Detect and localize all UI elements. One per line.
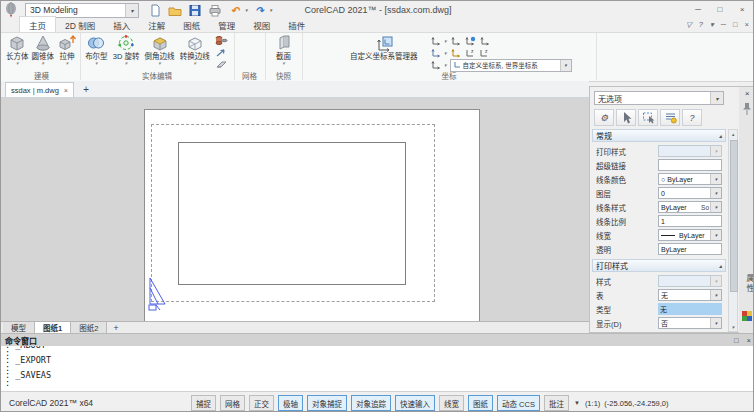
- close-icon[interactable]: ×: [64, 87, 68, 94]
- ccs-axis-icon[interactable]: [479, 36, 490, 47]
- tab-addins[interactable]: 插件: [279, 17, 314, 32]
- tab-manage[interactable]: 管理: [209, 17, 244, 32]
- type-field-selected[interactable]: 无: [658, 303, 722, 315]
- more-options-icon[interactable]: ▾: [710, 20, 714, 29]
- layout-viewport-rectangle[interactable]: [178, 142, 406, 285]
- ccs-axis-globe-icon[interactable]: [464, 36, 476, 47]
- box-select-icon[interactable]: [638, 109, 658, 126]
- scrollbar-thumb[interactable]: [730, 140, 738, 292]
- line-weight-combo[interactable]: ByLayer ▾: [658, 229, 722, 241]
- undo-dropdown-icon[interactable]: ▾: [245, 7, 248, 13]
- cone-button[interactable]: 圆锥体 ▾: [32, 34, 55, 66]
- command-window-header[interactable]: 命令窗口 □ ×: [1, 333, 754, 346]
- chevron-down-icon[interactable]: ▾: [158, 61, 161, 66]
- select-cursor-icon[interactable]: [616, 109, 636, 126]
- help-icon[interactable]: ?: [699, 20, 703, 29]
- quick-select-icon[interactable]: [660, 109, 680, 126]
- float-window-icon[interactable]: □: [734, 336, 739, 345]
- tab-2d-drafting[interactable]: 2D 制图: [56, 17, 104, 32]
- chevron-down-icon[interactable]: ▾: [125, 61, 128, 66]
- lineweight-toggle[interactable]: 线宽: [439, 395, 464, 411]
- chevron-down-icon[interactable]: ▾: [95, 61, 98, 66]
- close-icon[interactable]: ×: [747, 336, 751, 345]
- ribbon-collapse-icon[interactable]: ▽: [686, 20, 692, 29]
- eraser-icon[interactable]: [215, 59, 229, 70]
- polar-toggle[interactable]: 极轴: [278, 395, 303, 411]
- ccs-manager-button[interactable]: 自定义坐标系管理器: [350, 34, 418, 61]
- close-button[interactable]: ×: [731, 1, 753, 17]
- grid-toggle[interactable]: 网格: [220, 395, 245, 411]
- chevron-down-icon[interactable]: ▾: [193, 61, 196, 66]
- help-icon[interactable]: ?: [682, 109, 702, 126]
- tab-sheet[interactable]: 图纸: [174, 17, 209, 32]
- display-combo[interactable]: 否 ▾: [658, 317, 722, 329]
- command-history[interactable]: : _ABOUT : : _EXPORT : : _SAVEAS :: [1, 346, 754, 391]
- tab-sheet2[interactable]: 图纸2: [71, 322, 107, 333]
- tab-home[interactable]: 主页: [19, 16, 56, 32]
- redo-dropdown-icon[interactable]: ▾: [270, 7, 273, 13]
- scroll-up-icon[interactable]: ▴: [729, 131, 737, 137]
- tab-insert[interactable]: 插入: [104, 17, 139, 32]
- redo-button[interactable]: ↷: [252, 3, 268, 17]
- tab-view[interactable]: 视图: [244, 17, 279, 32]
- transparency-input[interactable]: ByLayer: [658, 243, 722, 255]
- etrack-toggle[interactable]: 对象追踪: [351, 395, 391, 411]
- hyperlink-input[interactable]: [658, 159, 722, 171]
- ccs-axis-icon[interactable]: [450, 36, 461, 47]
- ccs-axis-icon[interactable]: [450, 48, 461, 59]
- palette-close-icon[interactable]: ×: [739, 89, 754, 98]
- annotation-scale-value[interactable]: (1:1): [585, 399, 600, 408]
- open-file-icon[interactable]: [167, 3, 183, 17]
- chevron-down-icon[interactable]: ▾: [16, 61, 19, 66]
- esnap-toggle[interactable]: 对象捕捉: [307, 395, 347, 411]
- chamfer-edges-button[interactable]: 倒角边线 ▾: [145, 34, 175, 70]
- ortho-toggle[interactable]: 正交: [249, 395, 274, 411]
- settings-gear-icon[interactable]: ⚙: [594, 109, 614, 126]
- chevron-down-icon[interactable]: ▾: [444, 50, 447, 56]
- section-header-general[interactable]: 常规 ▴: [592, 129, 726, 142]
- ccs-axis-z-icon[interactable]: z: [478, 48, 489, 59]
- print-icon[interactable]: [207, 3, 223, 17]
- line-scale-input[interactable]: 1: [658, 215, 722, 227]
- boolean-button[interactable]: 布尔型 ▾: [85, 34, 108, 70]
- command-prompt[interactable]: :: [5, 380, 751, 388]
- table-combo[interactable]: 无 ▾: [658, 289, 722, 301]
- section-header-print-style[interactable]: 打印样式 ▴: [592, 259, 726, 272]
- line-style-combo[interactable]: ByLayer So ▾: [658, 201, 722, 213]
- mdi-minimize-icon[interactable]: ─: [721, 20, 726, 29]
- chevron-down-icon[interactable]: ▾: [282, 61, 285, 66]
- annotation-dropdown-icon[interactable]: ▼: [574, 400, 580, 406]
- mdi-restore-icon[interactable]: □: [733, 20, 738, 29]
- mdi-close-icon[interactable]: ×: [745, 20, 749, 29]
- box-button[interactable]: 长方体 ▾: [6, 34, 29, 66]
- tab-model[interactable]: 模型: [3, 322, 35, 333]
- undo-button[interactable]: ↶: [227, 3, 243, 17]
- pin-icon[interactable]: [742, 102, 752, 116]
- convert-edges-button[interactable]: 转换边线 ▾: [180, 34, 210, 70]
- selection-filter-combo[interactable]: 无选项 ▾: [594, 91, 724, 105]
- drawing-canvas[interactable]: [1, 98, 589, 321]
- sheet-toggle[interactable]: 图纸: [468, 395, 493, 411]
- ccs-axis-icon[interactable]: [430, 36, 441, 47]
- quick-input-toggle[interactable]: 快速输入: [395, 395, 435, 411]
- palette-colors-icon[interactable]: [742, 311, 752, 321]
- minimize-button[interactable]: ─: [687, 1, 709, 17]
- tab-sheet1[interactable]: 图纸1: [35, 322, 71, 333]
- chevron-down-icon[interactable]: ▾: [444, 38, 447, 44]
- line-color-combo[interactable]: ○ ByLayer ▾: [658, 173, 722, 185]
- save-icon[interactable]: [187, 3, 203, 17]
- properties-side-tab[interactable]: 属性: [739, 267, 754, 301]
- add-layout-button[interactable]: +: [107, 322, 124, 333]
- new-tab-button[interactable]: +: [78, 82, 94, 97]
- dynamic-ccs-toggle[interactable]: 动态 CCS: [497, 395, 540, 411]
- document-tab[interactable]: ssdax | m.dwg ×: [5, 82, 74, 97]
- ccs-axis-z-icon[interactable]: z: [464, 48, 475, 59]
- new-document-icon[interactable]: [147, 3, 163, 17]
- snap-toggle[interactable]: 捕捉: [191, 395, 216, 411]
- annotation-toggle[interactable]: 批注: [544, 395, 569, 411]
- extrude-button[interactable]: 拉伸 ▾: [57, 34, 77, 66]
- restore-button[interactable]: □: [709, 1, 731, 17]
- properties-scrollbar[interactable]: ▴ ▾: [728, 129, 738, 332]
- cylinders-icon[interactable]: [215, 35, 229, 46]
- section-button[interactable]: 截面 ▾: [274, 34, 294, 66]
